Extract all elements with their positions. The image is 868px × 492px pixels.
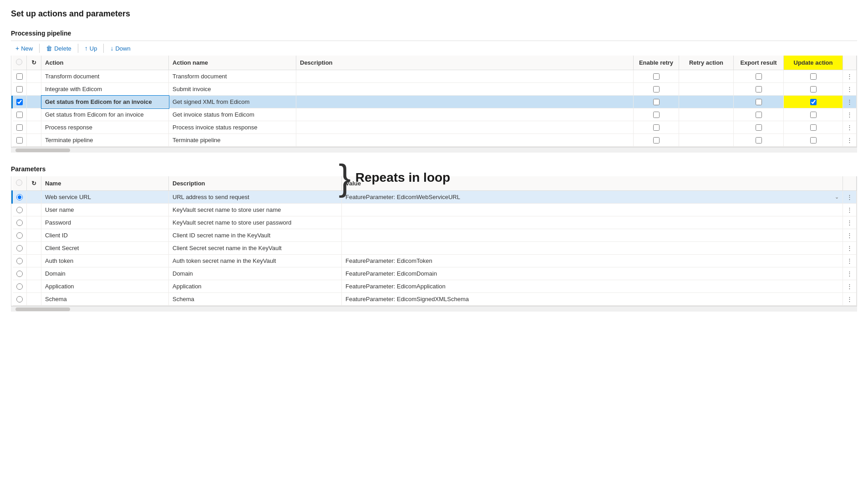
- parameters-scrollbar[interactable]: [11, 306, 857, 312]
- param-row-check-cell[interactable]: [12, 293, 27, 306]
- row-export-result[interactable]: [734, 108, 784, 121]
- update-action-checkbox[interactable]: [810, 86, 817, 92]
- table-row[interactable]: Domain Domain FeatureParameter: EdicomDo…: [12, 267, 857, 280]
- more-vert-icon[interactable]: ⋮: [847, 137, 853, 144]
- row-checkbox[interactable]: [16, 124, 23, 131]
- enable-retry-checkbox[interactable]: [653, 73, 660, 80]
- more-vert-icon[interactable]: ⋮: [847, 257, 853, 264]
- row-export-result[interactable]: [734, 70, 784, 83]
- param-row-radio[interactable]: [16, 258, 23, 264]
- new-button[interactable]: + New: [11, 43, 37, 54]
- enable-retry-checkbox[interactable]: [653, 99, 660, 105]
- param-row-check-cell[interactable]: [12, 216, 27, 229]
- row-enable-retry[interactable]: [634, 108, 679, 121]
- more-vert-icon[interactable]: ⋮: [847, 111, 853, 118]
- param-row-more[interactable]: ⋮: [843, 242, 857, 255]
- param-row-more[interactable]: ⋮: [843, 255, 857, 267]
- row-radio-cell[interactable]: [12, 134, 27, 147]
- row-export-result[interactable]: [734, 96, 784, 108]
- param-row-check-cell[interactable]: [12, 267, 27, 280]
- row-enable-retry[interactable]: [634, 96, 679, 108]
- row-enable-retry[interactable]: [634, 70, 679, 83]
- param-row-radio[interactable]: [16, 296, 23, 302]
- param-row-check-cell[interactable]: [12, 280, 27, 293]
- delete-button[interactable]: 🗑 Delete: [41, 43, 76, 54]
- more-vert-icon[interactable]: ⋮: [847, 245, 853, 251]
- more-vert-icon[interactable]: ⋮: [847, 219, 853, 226]
- row-enable-retry[interactable]: [634, 83, 679, 96]
- row-export-result[interactable]: [734, 121, 784, 134]
- param-row-radio[interactable]: [16, 245, 23, 251]
- param-row-more[interactable]: ⋮: [843, 204, 857, 216]
- more-vert-icon[interactable]: ⋮: [847, 73, 853, 80]
- more-vert-icon[interactable]: ⋮: [847, 270, 853, 277]
- param-row-check-cell[interactable]: [12, 191, 27, 204]
- row-more[interactable]: ⋮: [843, 96, 857, 108]
- enable-retry-checkbox[interactable]: [653, 124, 660, 131]
- update-action-checkbox[interactable]: [810, 137, 817, 144]
- table-row[interactable]: Application Application FeatureParameter…: [12, 280, 857, 293]
- export-result-checkbox[interactable]: [756, 137, 762, 144]
- row-update-action[interactable]: [784, 70, 843, 83]
- row-export-result[interactable]: [734, 83, 784, 96]
- more-vert-icon[interactable]: ⋮: [847, 194, 853, 200]
- row-enable-retry[interactable]: [634, 134, 679, 147]
- param-row-more[interactable]: ⋮: [843, 293, 857, 306]
- param-row-radio[interactable]: [16, 232, 23, 239]
- row-checkbox[interactable]: [16, 112, 23, 118]
- row-export-result[interactable]: [734, 134, 784, 147]
- table-row[interactable]: Client Secret Client Secret secret name …: [12, 242, 857, 255]
- table-row[interactable]: Get status from Edicom for an invoice Ge…: [12, 96, 857, 108]
- param-row-more[interactable]: ⋮: [843, 191, 857, 204]
- more-vert-icon[interactable]: ⋮: [847, 86, 853, 92]
- export-result-checkbox[interactable]: [756, 73, 762, 80]
- row-radio-cell[interactable]: [12, 108, 27, 121]
- parameters-scrollbar-thumb[interactable]: [15, 308, 70, 311]
- table-row[interactable]: Schema Schema FeatureParameter: EdicomSi…: [12, 293, 857, 306]
- enable-retry-checkbox[interactable]: [653, 112, 660, 118]
- row-more[interactable]: ⋮: [843, 121, 857, 134]
- row-enable-retry[interactable]: [634, 121, 679, 134]
- enable-retry-checkbox[interactable]: [653, 86, 660, 92]
- row-checkbox[interactable]: [16, 86, 23, 92]
- update-action-checkbox[interactable]: [810, 124, 817, 131]
- row-more[interactable]: ⋮: [843, 83, 857, 96]
- row-update-action[interactable]: [784, 83, 843, 96]
- update-action-checkbox[interactable]: [810, 112, 817, 118]
- table-row[interactable]: Get status from Edicom for an invoice Ge…: [12, 108, 857, 121]
- param-row-check-cell[interactable]: [12, 242, 27, 255]
- param-row-more[interactable]: ⋮: [843, 229, 857, 242]
- table-row[interactable]: Web service URL URL address to send requ…: [12, 191, 857, 204]
- row-update-action[interactable]: [784, 134, 843, 147]
- row-checkbox[interactable]: [16, 137, 23, 144]
- more-vert-icon[interactable]: ⋮: [847, 124, 853, 131]
- row-update-action[interactable]: [784, 108, 843, 121]
- row-update-action[interactable]: [784, 96, 843, 108]
- update-action-checkbox[interactable]: [810, 73, 817, 80]
- down-button[interactable]: ↓ Down: [106, 43, 135, 54]
- param-row-more[interactable]: ⋮: [843, 280, 857, 293]
- row-checkbox[interactable]: [16, 73, 23, 80]
- more-vert-icon[interactable]: ⋮: [847, 206, 853, 213]
- more-vert-icon[interactable]: ⋮: [847, 283, 853, 290]
- param-row-more[interactable]: ⋮: [843, 267, 857, 280]
- param-row-radio[interactable]: [16, 283, 23, 290]
- export-result-checkbox[interactable]: [756, 86, 762, 92]
- table-row[interactable]: User name KeyVault secret name to store …: [12, 204, 857, 216]
- table-row[interactable]: Password KeyVault secret name to store u…: [12, 216, 857, 229]
- param-row-radio[interactable]: [16, 271, 23, 277]
- pipeline-scrollbar[interactable]: [11, 147, 857, 153]
- row-more[interactable]: ⋮: [843, 108, 857, 121]
- row-radio-cell[interactable]: [12, 96, 27, 108]
- row-radio-cell[interactable]: [12, 70, 27, 83]
- table-row[interactable]: Integrate with Edicom Submit invoice ⋮: [12, 83, 857, 96]
- update-action-checkbox[interactable]: [810, 99, 817, 105]
- row-update-action[interactable]: [784, 121, 843, 134]
- param-row-check-cell[interactable]: [12, 204, 27, 216]
- table-row[interactable]: Terminate pipeline Terminate pipeline ⋮: [12, 134, 857, 147]
- export-result-checkbox[interactable]: [756, 99, 762, 105]
- enable-retry-checkbox[interactable]: [653, 137, 660, 144]
- up-button[interactable]: ↑ Up: [80, 43, 102, 54]
- param-row-more[interactable]: ⋮: [843, 216, 857, 229]
- more-vert-icon[interactable]: ⋮: [847, 296, 853, 302]
